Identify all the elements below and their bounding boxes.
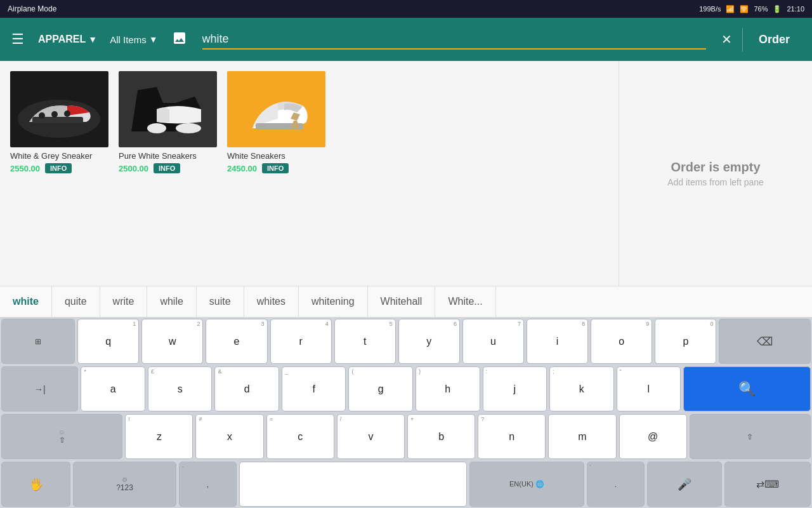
key-v[interactable]: /v [337, 414, 405, 459]
key-o[interactable]: 9o [591, 319, 652, 364]
product-name: White Sneakers [227, 151, 325, 161]
all-items-label: All Items [110, 34, 147, 45]
key-grid[interactable]: ⊞ [1, 319, 75, 364]
key-l[interactable]: "l [617, 366, 681, 411]
key-w[interactable]: 2w [141, 319, 203, 364]
info-badge[interactable]: INFO [45, 163, 72, 173]
keyboard-row-bottom: 🖐 ⚙?123 -, EN(UK) 🌐 '. 🎤 ⇄⌨ [0, 460, 812, 508]
product-footer: 2550.00 INFO [10, 163, 108, 173]
key-j[interactable]: :j [483, 366, 547, 411]
status-bar-left: Airplane Mode [8, 4, 56, 13]
key-m[interactable]: m [548, 414, 616, 459]
all-items-selector[interactable]: All Items ▼ [106, 29, 161, 50]
suggestion-whitehall[interactable]: Whitehall [368, 286, 436, 317]
keyboard-row-2: ☺⇧ !z #x =c /v +b ?n m @ ⇧ [0, 413, 812, 460]
info-badge[interactable]: INFO [154, 163, 180, 173]
product-card[interactable]: White Sneakers 2450.00 INFO [227, 71, 325, 173]
key-i[interactable]: 8i [527, 319, 588, 364]
svg-point-7 [147, 123, 166, 133]
svg-point-5 [64, 110, 70, 117]
category-dropdown-icon: ▼ [88, 34, 97, 44]
product-price: 2550.00 [10, 164, 40, 173]
speed-indicator: 199B/s [699, 5, 721, 13]
key-shift-left[interactable]: ☺⇧ [1, 414, 122, 459]
suggestion-white[interactable]: white [0, 286, 52, 317]
key-period[interactable]: '. [587, 462, 645, 507]
order-button[interactable]: Order [742, 28, 806, 51]
hamburger-button[interactable]: ☰ [6, 26, 29, 53]
product-footer: 2500.00 INFO [119, 163, 217, 173]
status-bar-right: 199B/s 📶 🛜 76% 🔋 21:10 [699, 5, 804, 13]
key-tab[interactable]: →| [1, 366, 78, 411]
key-a[interactable]: *a [81, 366, 145, 411]
key-shift-right[interactable]: ⇧ [690, 414, 811, 459]
product-image-container [227, 71, 325, 147]
products-pane: White & Grey Sneaker 2550.00 INFO Pure W… [0, 61, 619, 286]
key-k[interactable]: ;k [549, 366, 614, 411]
product-price: 2500.00 [119, 164, 148, 173]
all-items-dropdown-icon: ▼ [149, 34, 158, 44]
product-image-container [10, 71, 108, 147]
suggestion-suite[interactable]: suite [197, 286, 244, 317]
key-f[interactable]: _f [282, 366, 346, 411]
order-empty-title: Order is empty [671, 160, 760, 175]
product-card[interactable]: Pure White Sneakers 2500.00 INFO [119, 71, 217, 173]
key-n[interactable]: ?n [478, 414, 546, 459]
order-empty-subtitle: Add items from left pane [667, 177, 764, 187]
key-z[interactable]: !z [125, 414, 193, 459]
key-y[interactable]: 6y [398, 319, 460, 364]
keyboard: ⊞ 1q 2w 3e 4r 5t 6y 7u 8i 9o 0p ⌫ →| *a … [0, 318, 812, 508]
airplane-mode-text: Airplane Mode [8, 4, 56, 13]
suggestion-whites[interactable]: whites [244, 286, 299, 317]
svg-point-3 [39, 112, 45, 119]
search-clear-button[interactable]: ✕ [716, 29, 737, 50]
suggestion-while[interactable]: while [147, 286, 196, 317]
image-search-button[interactable] [167, 25, 192, 54]
keyboard-row-1: →| *a £s &d _f (g )h :j ;k "l 🔍 [0, 365, 812, 413]
key-backspace[interactable]: ⌫ [719, 319, 811, 364]
key-search[interactable]: 🔍 [683, 366, 811, 411]
info-badge[interactable]: INFO [262, 163, 289, 173]
key-p[interactable]: 0p [655, 319, 716, 364]
key-b[interactable]: +b [407, 414, 475, 459]
product-price: 2450.00 [227, 164, 257, 173]
key-u[interactable]: 7u [462, 319, 524, 364]
key-lang[interactable]: EN(UK) 🌐 [469, 462, 584, 507]
key-123[interactable]: ⚙?123 [73, 462, 176, 507]
suggestion-quite[interactable]: quite [52, 286, 100, 317]
key-mic[interactable]: 🎤 [647, 462, 722, 507]
signal-icon: 📶 [726, 5, 735, 13]
main-content: White & Grey Sneaker 2550.00 INFO Pure W… [0, 61, 812, 286]
suggestions-bar: white quite write while suite whites whi… [0, 286, 812, 318]
key-d[interactable]: &d [214, 366, 279, 411]
suggestion-write[interactable]: write [100, 286, 148, 317]
key-at[interactable]: @ [619, 414, 687, 459]
key-e[interactable]: 3e [206, 319, 267, 364]
key-gesture[interactable]: 🖐 [1, 462, 70, 507]
key-x[interactable]: #x [195, 414, 263, 459]
key-space[interactable] [239, 462, 467, 507]
key-c[interactable]: =c [266, 414, 334, 459]
order-pane: Order is empty Add items from left pane [619, 61, 812, 286]
suggestion-whitening[interactable]: whitening [299, 286, 368, 317]
product-image-container [119, 71, 217, 147]
product-card[interactable]: White & Grey Sneaker 2550.00 INFO [10, 71, 108, 173]
search-input[interactable] [202, 32, 707, 46]
key-s[interactable]: £s [148, 366, 213, 411]
top-bar: ☰ APPAREL ▼ All Items ▼ ✕ Order [0, 18, 812, 61]
key-keyboard-switch[interactable]: ⇄⌨ [724, 462, 811, 507]
key-r[interactable]: 4r [270, 319, 332, 364]
category-selector[interactable]: APPAREL ▼ [34, 29, 101, 50]
svg-point-4 [51, 111, 58, 117]
key-h[interactable]: )h [416, 366, 480, 411]
key-comma[interactable]: -, [179, 462, 237, 507]
key-g[interactable]: (g [348, 366, 413, 411]
key-q[interactable]: 1q [77, 319, 139, 364]
suggestion-white2[interactable]: White... [435, 286, 495, 317]
keyboard-row-special: ⊞ 1q 2w 3e 4r 5t 6y 7u 8i 9o 0p ⌫ [0, 318, 812, 365]
key-t[interactable]: 5t [334, 319, 396, 364]
wifi-icon: 🛜 [740, 5, 749, 13]
battery-level: 76% [754, 5, 768, 13]
search-container [202, 30, 707, 50]
battery-icon: 🔋 [773, 5, 782, 13]
